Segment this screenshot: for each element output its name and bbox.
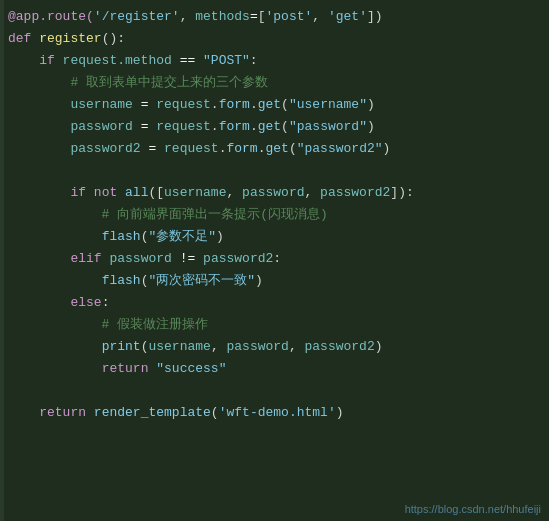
token: . [250,119,258,134]
token [8,229,102,244]
line-content-16: print(username, password, password2) [0,337,383,357]
line-content-12: elif password != password2: [0,249,281,269]
code-line-17: return "success" [0,358,549,380]
token: get [258,119,281,134]
token: @app.route( [8,9,94,24]
token: return [39,405,94,420]
token: 'post' [266,9,313,24]
token: ) [336,405,344,420]
token [8,295,70,310]
code-line-10: # 向前端界面弹出一条提示(闪现消息) [0,204,549,226]
code-line-7: password2 = request.form.get("password2"… [0,138,549,160]
token: . [258,141,266,156]
token: : [102,295,110,310]
code-line-14: else: [0,292,549,314]
token: ) [383,141,391,156]
line-content-6: password = request.form.get("password") [0,117,375,137]
token: register [39,31,101,46]
token: ]) [367,9,383,24]
token: flash [102,273,141,288]
token: ( [281,119,289,134]
token: methods [195,9,250,24]
token: , [211,339,227,354]
watermark: https://blog.csdn.net/hhufeiji [405,503,541,515]
code-line-12: elif password != password2: [0,248,549,270]
code-line-4: # 取到表单中提交上来的三个参数 [0,72,549,94]
token [8,141,70,156]
line-content-5: username = request.form.get("username") [0,95,375,115]
code-editor: @app.route('/register', methods=['post',… [0,0,549,521]
code-line-6: password = request.form.get("password") [0,116,549,138]
token: def [8,31,39,46]
line-content-7: password2 = request.form.get("password2"… [0,139,390,159]
token: ( [211,405,219,420]
code-line-8 [0,160,549,182]
token: '/register' [94,9,180,24]
code-line-13: flash("两次密码不一致") [0,270,549,292]
line-content-1: @app.route('/register', methods=['post',… [0,7,383,27]
token: . [250,97,258,112]
token: return [102,361,157,376]
token: username [70,97,132,112]
token: password [226,339,288,354]
line-content-2: def register(): [0,29,125,49]
token: , [312,9,328,24]
token: ( [281,97,289,112]
code-line-2: def register(): [0,28,549,50]
token: elif [70,251,109,266]
token: : [273,251,281,266]
token [8,251,70,266]
token: print [102,339,141,354]
code-line-9: if not all([username, password, password… [0,182,549,204]
code-line-1: @app.route('/register', methods=['post',… [0,6,549,28]
token: password2 [70,141,140,156]
token: render_template [94,405,211,420]
token: . [211,97,219,112]
line-content-9: if not all([username, password, password… [0,183,414,203]
token: : [250,53,258,68]
token [8,361,102,376]
token [8,273,102,288]
token: "password" [289,119,367,134]
token: # 假装做注册操作 [8,317,208,332]
token: "success" [156,361,226,376]
token [8,405,39,420]
token: password [242,185,304,200]
token: if not [70,185,125,200]
token [8,185,70,200]
token: request [156,97,211,112]
token: form [226,141,257,156]
token: username [148,339,210,354]
token [8,119,70,134]
token: [ [258,9,266,24]
token: = [250,9,258,24]
token: # 取到表单中提交上来的三个参数 [8,75,268,90]
token: request [164,141,219,156]
token: != [172,251,203,266]
line-content-15: # 假装做注册操作 [0,315,208,335]
token: request [156,119,211,134]
code-lines: @app.route('/register', methods=['post',… [0,6,549,424]
token: "POST" [203,53,250,68]
token: ) [375,339,383,354]
token [8,97,70,112]
token: get [266,141,289,156]
left-margin [0,0,4,521]
code-line-15: # 假装做注册操作 [0,314,549,336]
line-content-19: return render_template('wft-demo.html') [0,403,344,423]
token: password2 [305,339,375,354]
token: get [258,97,281,112]
line-content-10: # 向前端界面弹出一条提示(闪现消息) [0,205,328,225]
line-content-17: return "success" [0,359,226,379]
token: "参数不足" [148,229,216,244]
code-line-19: return render_template('wft-demo.html') [0,402,549,424]
token: form [219,97,250,112]
token: 'wft-demo.html' [219,405,336,420]
token: flash [102,229,141,244]
token: password2 [203,251,273,266]
token: 'get' [328,9,367,24]
token: = [133,97,156,112]
token: "两次密码不一致" [148,273,255,288]
line-content-13: flash("两次密码不一致") [0,271,263,291]
token [8,339,102,354]
